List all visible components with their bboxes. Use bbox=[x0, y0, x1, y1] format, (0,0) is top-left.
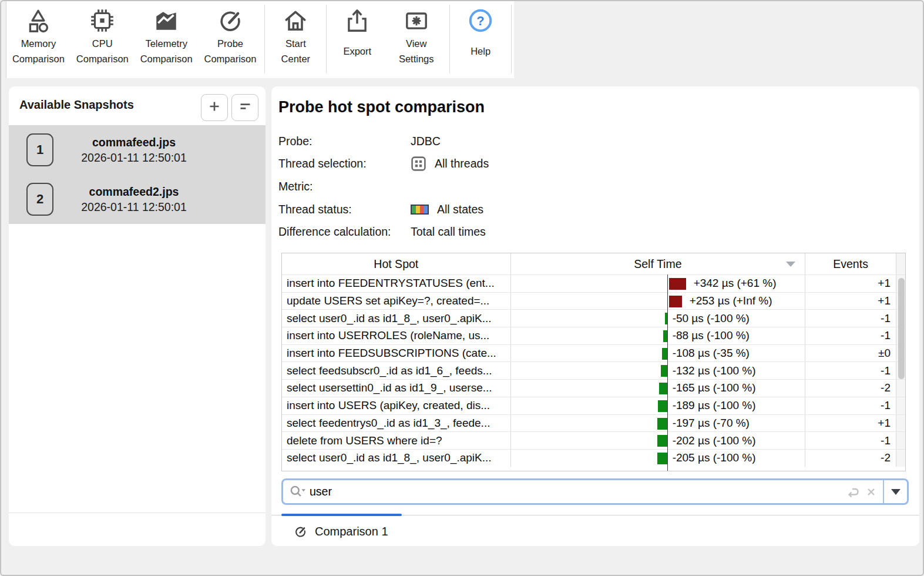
table-row[interactable]: select user0_.id as id1_8_, user0_.apiK.… bbox=[282, 309, 905, 327]
selftime-cell: -132 µs (-100 %) bbox=[510, 362, 805, 379]
add-snapshot-button[interactable] bbox=[201, 94, 228, 121]
selftime-text: -50 µs (-100 %) bbox=[673, 312, 750, 325]
events-text: +1 bbox=[878, 417, 891, 430]
detail-value: All states bbox=[411, 198, 489, 221]
hotspot-text: select usersettin0_.id as id1_9_, userse… bbox=[287, 381, 492, 394]
detail-value-text: All threads bbox=[435, 157, 489, 170]
plus-icon bbox=[206, 98, 223, 118]
toolbar-divider bbox=[264, 5, 265, 73]
snapshot-item[interactable]: 2commafeed2.jps2026-01-11 12:50:01 bbox=[9, 175, 266, 224]
selftime-text: -197 µs (-70 %) bbox=[673, 417, 750, 430]
tab-label: Comparison 1 bbox=[315, 525, 388, 538]
table-scrollbar-track[interactable] bbox=[896, 380, 905, 397]
table-row[interactable]: select user0_.id as id1_8_, user0_.apiK.… bbox=[282, 449, 905, 467]
events-text: +1 bbox=[878, 277, 891, 290]
events-cell: -1 bbox=[805, 397, 896, 414]
search-input[interactable] bbox=[310, 485, 844, 498]
table-row[interactable]: select usersettin0_.id as id1_9_, userse… bbox=[282, 379, 905, 397]
toolbar-view-settings-button[interactable]: View Settings bbox=[385, 1, 447, 78]
toolbar-export-button[interactable]: Export bbox=[329, 1, 385, 78]
selftime-text: -202 µs (-100 %) bbox=[673, 434, 756, 447]
events-cell: ±0 bbox=[805, 345, 896, 362]
table-scrollbar-thumb[interactable] bbox=[898, 278, 905, 379]
start-center-icon bbox=[282, 7, 309, 34]
zero-axis-line bbox=[667, 274, 668, 471]
search-options-dropdown[interactable] bbox=[883, 480, 907, 503]
table-scrollbar-header bbox=[896, 253, 905, 274]
toolbar-label: Start Center bbox=[272, 34, 319, 69]
search-icon[interactable] bbox=[288, 484, 306, 500]
selftime-text: -165 µs (-100 %) bbox=[673, 381, 756, 394]
toolbar-start-center-button[interactable]: Start Center bbox=[267, 1, 324, 78]
snapshot-date: 2026-01-11 12:50:01 bbox=[61, 200, 207, 214]
snapshots-title: Available Snapshots bbox=[19, 98, 134, 112]
selftime-text: -88 µs (-100 %) bbox=[673, 329, 750, 342]
detail-value-text: All states bbox=[437, 203, 483, 216]
table-row[interactable]: update USERS set apiKey=?, created=...+2… bbox=[282, 292, 905, 310]
detail-value: JDBC bbox=[411, 130, 489, 153]
events-cell: +1 bbox=[805, 415, 896, 432]
negative-diff-bar bbox=[659, 383, 667, 394]
hotspot-text: insert into USERS (apiKey, created, dis.… bbox=[287, 399, 490, 412]
table-row[interactable]: select feedsubscr0_.id as id1_6_, feeds.… bbox=[282, 361, 905, 379]
toolbar-label: Help bbox=[471, 34, 490, 69]
toolbar-divider bbox=[326, 5, 327, 73]
table-scrollbar-track[interactable] bbox=[896, 450, 905, 467]
selftime-cell: -202 µs (-100 %) bbox=[510, 432, 805, 449]
hotspot-cell: insert into FEEDSUBSCRIPTIONS (cate... bbox=[282, 345, 510, 362]
table-scrollbar-track[interactable] bbox=[896, 397, 905, 414]
toolbar-label: Probe Comparison bbox=[203, 34, 258, 69]
negative-diff-bar bbox=[657, 418, 667, 430]
snapshots-panel-footer bbox=[9, 513, 266, 546]
toolbar-probe-comparison-button[interactable]: Probe Comparison bbox=[199, 1, 263, 78]
snapshot-index-badge: 2 bbox=[26, 183, 53, 216]
events-cell: -1 bbox=[805, 327, 896, 344]
table-row[interactable]: delete from USERS where id=?-202 µs (-10… bbox=[282, 431, 905, 449]
detail-label: Thread status: bbox=[278, 198, 411, 221]
table-row[interactable]: select feedentrys0_.id as id1_3_, feede.… bbox=[282, 414, 905, 432]
thread-status-icon bbox=[411, 205, 429, 215]
snapshot-name: commafeed.jps bbox=[61, 136, 207, 149]
table-scrollbar-track[interactable] bbox=[896, 432, 905, 449]
wrap-search-icon[interactable] bbox=[844, 484, 861, 500]
table-row[interactable]: insert into FEEDSUBSCRIPTIONS (cate...-1… bbox=[282, 344, 905, 362]
snapshots-panel: Available Snapshots 1commafeed.jps2026-0… bbox=[9, 86, 266, 546]
table-row[interactable]: insert into FEEDENTRYSTATUSES (ent...+34… bbox=[282, 274, 905, 292]
selftime-cell: -165 µs (-100 %) bbox=[510, 380, 805, 397]
table-row[interactable]: insert into USERROLES (roleName, us...-8… bbox=[282, 327, 905, 344]
sort-snapshots-button[interactable] bbox=[231, 94, 258, 121]
column-header-hotspot[interactable]: Hot Spot bbox=[282, 253, 510, 274]
events-text: -2 bbox=[881, 381, 891, 394]
probe-comparison-icon bbox=[217, 7, 244, 34]
snapshot-text: commafeed2.jps2026-01-11 12:50:01 bbox=[61, 185, 207, 214]
selftime-cell: -88 µs (-100 %) bbox=[510, 327, 805, 344]
telemetry-comparison-icon bbox=[153, 7, 180, 34]
clear-search-icon[interactable] bbox=[864, 485, 878, 499]
sort-icon bbox=[236, 98, 254, 118]
negative-diff-bar bbox=[657, 453, 667, 464]
snapshot-item[interactable]: 1commafeed.jps2026-01-11 12:50:01 bbox=[9, 125, 266, 175]
toolbar-help-button[interactable]: ?Help bbox=[452, 1, 509, 78]
column-header-selftime[interactable]: Self Time bbox=[510, 253, 805, 274]
table-scrollbar-track[interactable] bbox=[896, 415, 905, 432]
hotspot-text: select user0_.id as id1_8_, user0_.apiK.… bbox=[287, 451, 492, 464]
tab-comparison-1[interactable]: Comparison 1 bbox=[294, 521, 388, 541]
toolbar-label: Export bbox=[343, 34, 371, 69]
selftime-cell: -108 µs (-35 %) bbox=[510, 345, 805, 362]
toolbar: Memory ComparisonCPU ComparisonTelemetry… bbox=[6, 1, 514, 78]
events-text: -1 bbox=[881, 312, 891, 325]
toolbar-telemetry-comparison-button[interactable]: Telemetry Comparison bbox=[135, 1, 199, 78]
toolbar-cpu-comparison-button[interactable]: CPU Comparison bbox=[70, 1, 135, 78]
detail-label: Difference calculation: bbox=[278, 220, 411, 243]
comparison-panel: Probe hot spot comparison Probe:JDBCThre… bbox=[271, 86, 919, 546]
toolbar-memory-comparison-button[interactable]: Memory Comparison bbox=[6, 1, 70, 78]
table-row[interactable]: insert into USERS (apiKey, created, dis.… bbox=[282, 397, 905, 414]
selftime-text: +253 µs (+Inf %) bbox=[690, 294, 772, 307]
hotspot-cell: delete from USERS where id=? bbox=[282, 432, 510, 449]
column-header-events[interactable]: Events bbox=[805, 253, 896, 274]
memory-comparison-icon bbox=[25, 7, 52, 34]
hotspot-text: insert into FEEDSUBSCRIPTIONS (cate... bbox=[287, 347, 496, 360]
negative-diff-bar bbox=[658, 400, 667, 412]
selftime-text: -205 µs (-100 %) bbox=[673, 451, 756, 464]
hotspot-cell: insert into FEEDENTRYSTATUSES (ent... bbox=[282, 275, 510, 292]
